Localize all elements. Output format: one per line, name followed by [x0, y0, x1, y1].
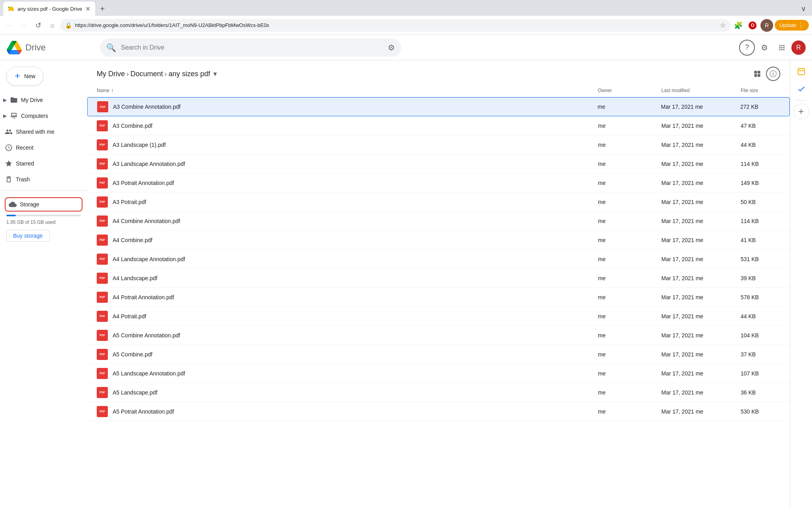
home-button[interactable]: ⌂ — [46, 19, 59, 32]
file-size: 104 KB — [741, 332, 780, 339]
user-avatar[interactable]: R — [791, 40, 806, 55]
monitor-icon — [10, 112, 18, 120]
browser-tab[interactable]: any sizes pdf - Google Drive ✕ — [3, 2, 95, 16]
people-icon — [5, 128, 13, 136]
file-modified: Mar 17, 2021 me — [661, 123, 741, 129]
file-modified: Mar 17, 2021 me — [661, 294, 741, 300]
new-tab-button[interactable]: + — [97, 3, 108, 14]
file-modified: Mar 17, 2021 me — [661, 218, 741, 224]
sort-asc-icon: ↑ — [111, 87, 114, 94]
col-name-header[interactable]: Name ↑ — [97, 87, 598, 94]
table-row[interactable]: PDF A4 Potrait.pdf me Mar 17, 2021 me 44… — [87, 307, 790, 326]
table-row[interactable]: PDF A3 Combine.pdf me Mar 17, 2021 me 47… — [87, 116, 790, 135]
file-modified: Mar 17, 2021 me — [661, 370, 741, 377]
calendar-button[interactable] — [793, 64, 809, 79]
lock-icon: 🔒 — [65, 22, 72, 29]
file-size: 39 KB — [741, 275, 780, 281]
address-bar[interactable]: 🔒 https://drive.google.com/drive/u/1/fol… — [60, 19, 730, 32]
table-row[interactable]: PDF A3 Potrait Annotation.pdf me Mar 17,… — [87, 173, 790, 192]
back-button[interactable]: ← — [3, 19, 16, 32]
update-label: Update — [779, 22, 796, 28]
drive-logo[interactable]: Drive — [6, 41, 94, 54]
extensions-icon[interactable]: 🧩 — [732, 19, 745, 32]
sidebar-item-computers[interactable]: ▶ Computers — [0, 108, 84, 124]
file-size: 531 KB — [741, 256, 780, 262]
filter-icon[interactable]: ⚙ — [388, 43, 395, 52]
settings-button[interactable]: ⚙ — [756, 40, 772, 56]
star-icon[interactable]: ☆ — [720, 21, 726, 29]
table-row[interactable]: PDF A4 Landscape Annotation.pdf me Mar 1… — [87, 250, 790, 269]
tab-title: any sizes pdf - Google Drive — [17, 6, 82, 12]
table-row[interactable]: PDF A5 Combine.pdf me Mar 17, 2021 me 37… — [87, 345, 790, 364]
file-owner: me — [598, 370, 661, 377]
search-bar[interactable]: 🔍 ⚙ — [100, 38, 401, 57]
clock-icon — [5, 144, 13, 152]
profile-avatar-browser[interactable]: R — [760, 19, 773, 32]
url-text: https://drive.google.com/drive/u/1/folde… — [75, 22, 717, 28]
file-owner: me — [598, 294, 661, 300]
table-row[interactable]: PDF A4 Landscape.pdf me Mar 17, 2021 me … — [87, 269, 790, 288]
file-name: A3 Potrait.pdf — [113, 199, 146, 205]
file-list: PDF A3 Combine Annotation.pdf me Mar 17,… — [87, 97, 790, 421]
table-row[interactable]: PDF A4 Combine Annotation.pdf me Mar 17,… — [87, 212, 790, 231]
table-row[interactable]: PDF A4 Potrait Annotation.pdf me Mar 17,… — [87, 288, 790, 307]
buy-storage-button[interactable]: Buy storage — [6, 230, 50, 242]
table-row[interactable]: PDF A3 Landscape Annotation.pdf me Mar 1… — [87, 154, 790, 173]
table-row[interactable]: PDF A5 Potrait Annotation.pdf me Mar 17,… — [87, 402, 790, 421]
breadcrumb-dropdown-icon[interactable]: ▾ — [213, 69, 217, 78]
storage-used-text: 1.95 GB of 15 GB used — [6, 219, 81, 225]
col-owner-header[interactable]: Owner — [598, 88, 661, 93]
file-size: 50 KB — [741, 199, 780, 205]
info-button[interactable]: ⓘ — [766, 67, 780, 81]
breadcrumb-item-mydrive[interactable]: My Drive — [97, 70, 125, 78]
tab-close-icon[interactable]: ✕ — [85, 5, 90, 13]
help-button[interactable]: ? — [739, 40, 755, 56]
table-row[interactable]: PDF A3 Potrait.pdf me Mar 17, 2021 me 50… — [87, 192, 790, 212]
forward-button[interactable]: → — [17, 19, 30, 32]
file-name: A3 Potrait Annotation.pdf — [113, 180, 174, 186]
file-modified: Mar 17, 2021 me — [661, 275, 741, 281]
new-button[interactable]: + New — [6, 67, 44, 86]
table-row[interactable]: PDF A3 Landscape (1).pdf me Mar 17, 2021… — [87, 135, 790, 154]
storage-bar-container — [6, 215, 81, 216]
file-owner: me — [598, 180, 661, 186]
pdf-icon: PDF — [97, 235, 108, 246]
col-size-header[interactable]: File size — [741, 88, 780, 93]
file-modified: Mar 17, 2021 me — [661, 161, 741, 167]
sidebar-item-recent[interactable]: Recent — [0, 140, 84, 156]
file-size: 37 KB — [741, 351, 780, 358]
opera-icon[interactable]: O — [746, 19, 759, 32]
pdf-icon: PDF — [97, 292, 108, 303]
breadcrumb-item-document[interactable]: Document — [130, 70, 163, 78]
reload-button[interactable]: ↺ — [32, 19, 44, 32]
grid-view-button[interactable] — [750, 67, 764, 81]
search-input[interactable] — [121, 44, 383, 51]
tab-favicon — [8, 6, 14, 12]
storage-item[interactable]: Storage — [5, 197, 82, 212]
expand-icon: ▶ — [3, 113, 7, 119]
table-row[interactable]: PDF A5 Landscape Annotation.pdf me Mar 1… — [87, 364, 790, 383]
add-panel-button[interactable]: + — [793, 104, 809, 119]
apps-button[interactable] — [774, 40, 790, 56]
drive-logo-text: Drive — [25, 42, 46, 53]
tasks-button[interactable] — [793, 81, 809, 97]
table-row[interactable]: PDF A5 Landscape.pdf me Mar 17, 2021 me … — [87, 383, 790, 402]
browser-menu-icon[interactable]: ∨ — [798, 3, 809, 14]
sidebar-item-starred[interactable]: Starred — [0, 156, 84, 171]
pdf-icon: PDF — [97, 101, 108, 112]
file-modified: Mar 17, 2021 me — [661, 332, 741, 339]
table-row[interactable]: PDF A4 Combine.pdf me Mar 17, 2021 me 41… — [87, 231, 790, 250]
file-size: 114 KB — [741, 161, 780, 167]
col-modified-header[interactable]: Last modified — [661, 88, 741, 93]
table-row[interactable]: PDF A5 Combine Annotation.pdf me Mar 17,… — [87, 326, 790, 345]
update-button[interactable]: Update ⋮ — [775, 20, 809, 31]
sidebar-item-my-drive[interactable]: ▶ My Drive — [0, 92, 84, 108]
file-owner: me — [598, 104, 661, 110]
sidebar-item-shared[interactable]: Shared with me — [0, 124, 84, 140]
file-modified: Mar 17, 2021 me — [661, 389, 741, 396]
table-row[interactable]: PDF A3 Combine Annotation.pdf me Mar 17,… — [87, 97, 790, 116]
sidebar-item-trash[interactable]: Trash — [0, 171, 84, 187]
file-modified: Mar 17, 2021 me — [661, 351, 741, 358]
file-size: 47 KB — [741, 123, 780, 129]
file-owner: me — [598, 142, 661, 148]
